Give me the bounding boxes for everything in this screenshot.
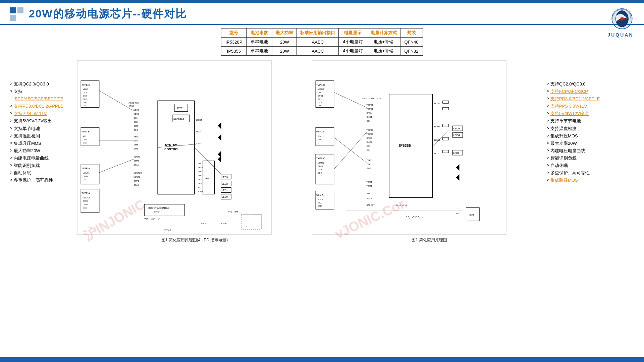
svg-text:DMA1: DMA1 <box>133 160 139 162</box>
feature-item: >最大功率20W <box>10 147 77 155</box>
comparison-table: 型号 电池串数 最大功率 标准应用输出接口 电量显示 电量计算方式 封装 IP5… <box>221 28 423 56</box>
svg-text:LED2: LED2 <box>222 183 228 185</box>
svg-text:DMA: DMA <box>318 205 322 207</box>
svg-text:USB-A: USB-A <box>316 194 324 196</box>
svg-text:VIN: VIN <box>83 135 86 137</box>
svg-text:VBUS: VBUS <box>83 88 88 90</box>
cell-power-1: 20W <box>272 38 297 47</box>
svg-text:YIN: YIN <box>366 163 370 165</box>
feature-item: >支持5V/9V/12V输出 <box>10 117 77 125</box>
table-row: IP5355 单串电池 20W AACC 4个电量灯 电压+补偿 QFN32 <box>221 47 423 56</box>
col-header-model: 型号 <box>221 28 247 38</box>
svg-text:CC4: CC4 <box>318 172 322 174</box>
col-header-power: 最大功率 <box>272 28 297 38</box>
svg-text:CC1: CC1 <box>83 92 87 94</box>
cell-power-2: 20W <box>272 47 297 56</box>
feature-item: >集成升压MOS <box>10 140 77 147</box>
svg-text:DPC1: DPC1 <box>366 112 372 114</box>
cell-display-1: 4个电量灯 <box>339 38 367 47</box>
svg-text:VOUT2G: VOUT2G <box>133 172 142 174</box>
svg-text:VBUS1: VBUS1 <box>318 88 324 90</box>
svg-text:BAT: BAT <box>469 213 474 216</box>
svg-rect-1 <box>10 15 16 21</box>
feature-item-r: >支持温度检测 <box>547 125 634 132</box>
svg-text:VOUT2: VOUT2 <box>133 176 141 178</box>
svg-text:...: ... <box>318 142 319 144</box>
svg-text:VBUS1: VBUS1 <box>366 108 373 110</box>
svg-text:GND: GND <box>83 207 88 209</box>
feature-item-r: >多重保护、高可靠性 <box>547 169 634 177</box>
svg-text:LEIO3: LEIO3 <box>453 127 460 130</box>
feature-item-r: >支持PD3.0/BC1.2/APPLE <box>547 95 634 103</box>
caption-right: 图1 简化应用原理图 <box>412 237 447 243</box>
svg-text:DPC: DPC <box>133 129 138 131</box>
svg-text:LED0: LED0 <box>222 196 228 198</box>
feature-item: >支持单节电池 <box>10 125 77 132</box>
cell-interface-2: AACC <box>297 47 339 56</box>
svg-text:VOUT1: VOUT1 <box>198 171 205 173</box>
top-bar <box>0 0 644 3</box>
svg-text:VSYS: VSYS <box>366 197 372 199</box>
bottom-bar <box>0 357 644 362</box>
svg-text:+: + <box>246 219 248 222</box>
svg-text:DPB: DPB <box>83 138 87 140</box>
svg-text:Bandgap: Bandgap <box>173 117 184 120</box>
svg-text:HLED: HLED <box>434 103 440 105</box>
svg-text:VBUS2: VBUS2 <box>318 162 324 164</box>
svg-text:CC1: CC1 <box>133 117 138 119</box>
svg-text:VOUT2: VOUT2 <box>198 175 205 177</box>
page-title: 20W的移动电源芯片--硬件对比 <box>29 7 187 21</box>
svg-text:VSET: VSET <box>196 142 202 144</box>
svg-text:NTC: NTC <box>228 211 232 213</box>
cell-calc-2: 电压+补偿 <box>367 47 400 56</box>
svg-text:TYPE-C: TYPE-C <box>316 157 325 160</box>
right-schematic-container: vJONIC.Cor. TYPE-C VBUS1 DMC1 DPC1 CC1 C… <box>312 60 547 243</box>
svg-text:YING: YING <box>133 136 139 138</box>
svg-text:LEIO4: LEIO4 <box>453 134 460 136</box>
feature-item-r: >支持单节节电池 <box>547 117 634 125</box>
svg-text:YIN: YIN <box>318 135 321 137</box>
svg-text:BOOST & CHARGE: BOOST & CHARGE <box>148 207 169 209</box>
feature-item: >支持温度检测 <box>10 132 77 140</box>
svg-text:VOUT: VOUT <box>366 185 372 187</box>
svg-text:CC2: CC2 <box>133 121 138 123</box>
feature-list-right: >支持QC2.0/QC3.0 >支持FCP/AFC/SCP >支持PD3.0/B… <box>547 60 634 184</box>
feature-item-r: >支持5V/9V/12V输出 <box>547 110 634 117</box>
svg-text:IP5355: IP5355 <box>399 143 411 147</box>
svg-text:YVIN: YVIN <box>133 140 138 142</box>
svg-text:DPC1: DPC1 <box>318 95 323 97</box>
cell-package-1: QFN40 <box>400 38 423 47</box>
svg-text:CC3: CC3 <box>318 169 322 171</box>
svg-text:-: - <box>246 225 247 228</box>
svg-text:VBUS: VBUS <box>198 167 203 169</box>
svg-text:VSP: VSP <box>151 218 155 220</box>
svg-text:CC4: CC4 <box>366 149 371 151</box>
svg-text:LEIO3: LEIO3 <box>434 126 440 128</box>
table-wrapper: 型号 电池串数 最大功率 标准应用输出接口 电量显示 电量计算方式 封装 IP5… <box>10 28 634 56</box>
left-schematic: 沪INJONIC TYPE-C VBUS CC1 CC2 DPC DMC GND… <box>77 60 312 236</box>
svg-text:DMC2: DMC2 <box>366 141 372 143</box>
svg-text:KEY: KEY <box>135 102 139 104</box>
feature-item-r: >集成路径MOS <box>547 177 634 184</box>
svg-text:driver: driver <box>154 211 160 213</box>
svg-text:LED1: LED1 <box>222 189 228 191</box>
feature-item-r: >内建电压电量曲线 <box>547 147 634 155</box>
svg-text:TYPE-C: TYPE-C <box>82 84 90 86</box>
svg-text:VBUS2: VBUS2 <box>366 129 373 131</box>
svg-text:CC1: CC1 <box>318 98 322 100</box>
svg-text:TYPE-C: TYPE-C <box>316 84 325 86</box>
caption-left: 图1 简化应用原理图(4 LED 指示电量) <box>161 237 228 243</box>
cell-display-2: 4个电量灯 <box>339 47 367 56</box>
feature-item: >多重保护、高可靠性 <box>10 177 77 184</box>
main-content: 型号 电池串数 最大功率 标准应用输出接口 电量显示 电量计算方式 封装 IP5… <box>0 25 644 246</box>
feature-list-left: >支持QC2.0/QC3.0 >支持 FCP/AFC/SCP/SFCP/PE >… <box>10 60 77 184</box>
svg-text:DPA1: DPA1 <box>133 164 139 166</box>
col-header-calc: 电量计算方式 <box>367 28 400 38</box>
svg-text:LED1: LED1 <box>453 152 459 154</box>
logo-graphic <box>607 5 634 32</box>
svg-text:Micro-B: Micro-B <box>316 130 324 133</box>
svg-text:DMC: DMC <box>83 102 88 104</box>
svg-text:GND: GND <box>363 98 367 100</box>
svg-text:VBUS: VBUS <box>133 113 139 115</box>
svg-text:DPA1: DPA1 <box>83 175 88 177</box>
